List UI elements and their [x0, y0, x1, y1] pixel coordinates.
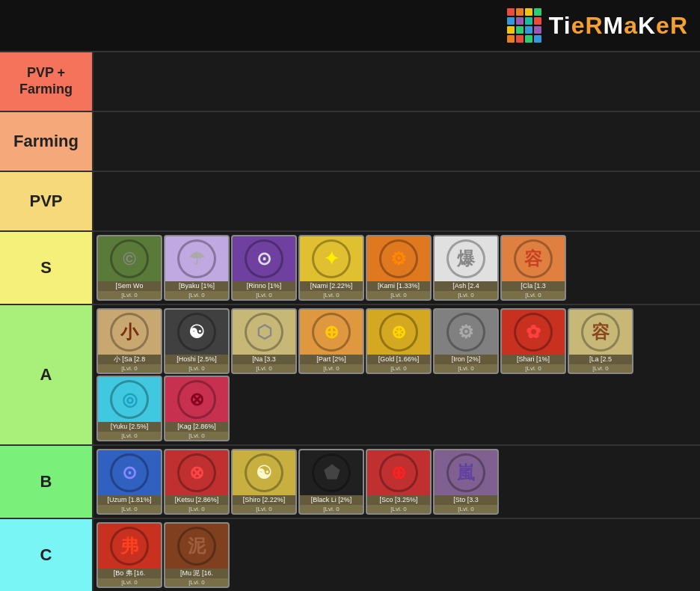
- item-icon: 嵐: [433, 450, 499, 495]
- item-name-label: [Na [3.3: [233, 355, 295, 364]
- logo-cell-14: [525, 35, 532, 43]
- pvp-farming-text: PVP +Farming: [19, 65, 73, 97]
- item-lvl-label: [Lvl. 0: [435, 291, 497, 299]
- item-lvl-label: [Lvl. 0: [300, 505, 363, 513]
- logo-cell-5: [516, 17, 524, 25]
- item-name-label: [Hoshi [2.5%]: [165, 355, 228, 364]
- item-name-label: [Bo 弗 [16.: [98, 569, 161, 578]
- item-lvl-label: [Lvl. 0: [367, 364, 430, 373]
- item-card[interactable]: ✦[Nami [2.22%][Lvl. 0: [298, 235, 364, 301]
- item-card[interactable]: 小小 [Sa [2.8[Lvl. 0: [96, 308, 162, 374]
- tier-row-c: C弗[Bo 弗 [16.[Lvl. 0泥[Mu 泥 [16.[Lvl. 0: [0, 519, 700, 591]
- item-symbol: ☯: [177, 313, 216, 352]
- item-icon: ⊕: [366, 450, 432, 495]
- item-symbol: ⊕: [312, 313, 351, 352]
- item-lvl-label: [Lvl. 0: [98, 578, 161, 587]
- item-symbol: ⚙: [446, 313, 485, 352]
- item-symbol: ◎: [110, 380, 149, 419]
- item-name-label: [Kag [2.86%]: [165, 422, 228, 432]
- item-name-label: [Sto [3.3: [435, 495, 497, 505]
- item-card[interactable]: ☯[Shiro [2.22%][Lvl. 0: [231, 449, 297, 515]
- item-name-label: [Yuku [2.5%]: [98, 422, 161, 432]
- item-card[interactable]: ⊙[Rinno [1%][Lvl. 0: [231, 235, 297, 301]
- item-card[interactable]: 容[La [2.5[Lvl. 0: [568, 308, 633, 374]
- item-card[interactable]: ⊕[Sco [3.25%][Lvl. 0: [366, 449, 432, 515]
- item-lvl-label: [Lvl. 0: [300, 291, 363, 299]
- item-lvl-label: [Lvl. 0: [165, 505, 228, 513]
- tier-label-s: S: [0, 232, 93, 304]
- item-card[interactable]: ⊗[Ketsu [2.86%][Lvl. 0: [164, 449, 230, 515]
- tier-row-pvp: PVP: [0, 172, 700, 232]
- item-symbol: 小: [110, 313, 149, 352]
- item-card[interactable]: ✿[Shari [1%][Lvl. 0: [500, 308, 566, 374]
- logo-cell-11: [534, 26, 541, 34]
- item-symbol: ⬟: [312, 453, 351, 492]
- item-symbol: ⊕: [379, 453, 418, 492]
- item-lvl-label: [Lvl. 0: [165, 578, 228, 587]
- item-card[interactable]: 嵐[Sto [3.3[Lvl. 0: [433, 449, 499, 515]
- item-card[interactable]: ⊙[Uzum [1.81%][Lvl. 0: [96, 449, 162, 515]
- item-card[interactable]: ©[Sem Wo[Lvl. 0: [96, 235, 162, 301]
- item-name-label: [Kami [1.33%]: [367, 281, 430, 291]
- tier-label-farming: Farming: [0, 112, 93, 171]
- item-symbol: ✦: [312, 239, 351, 278]
- tier-content-c: 弗[Bo 弗 [16.[Lvl. 0泥[Mu 泥 [16.[Lvl. 0: [93, 519, 700, 591]
- tiermaker-logo: TieRMaKeR: [507, 8, 688, 43]
- item-lvl-label: [Lvl. 0: [98, 505, 161, 513]
- item-name-label: [Sem Wo: [98, 281, 161, 291]
- tier-row-pvp-farming: PVP +Farming: [0, 52, 700, 112]
- logo-cell-7: [534, 17, 541, 25]
- tier-label-c: C: [0, 519, 93, 591]
- item-icon: ✿: [500, 310, 566, 355]
- item-icon: ☂: [164, 236, 230, 281]
- item-symbol: 泥: [177, 527, 216, 566]
- item-lvl-label: [Lvl. 0: [165, 291, 228, 299]
- tier-content-farming: [93, 112, 700, 171]
- tier-content-a: 小小 [Sa [2.8[Lvl. 0☯[Hoshi [2.5%][Lvl. 0⬡…: [93, 305, 700, 444]
- item-card[interactable]: 弗[Bo 弗 [16.[Lvl. 0: [96, 522, 162, 588]
- item-card[interactable]: ⬟[Black Li [2%][Lvl. 0: [298, 449, 364, 515]
- item-symbol: ⊙: [245, 239, 283, 278]
- item-card[interactable]: ⬡[Na [3.3[Lvl. 0: [231, 308, 297, 374]
- logo-cell-9: [516, 26, 524, 34]
- item-symbol: ⊗: [177, 453, 216, 492]
- item-name-label: [Nami [2.22%]: [300, 281, 363, 291]
- item-card[interactable]: 爆[Ash [2.4[Lvl. 0: [433, 235, 499, 301]
- logo-cell-2: [525, 8, 532, 16]
- logo-cell-4: [507, 17, 515, 25]
- logo-cell-1: [516, 8, 524, 16]
- item-name-label: [Byaku [1%]: [165, 281, 228, 291]
- item-card[interactable]: ☯[Hoshi [2.5%][Lvl. 0: [164, 308, 230, 374]
- item-card[interactable]: ⚙[Iron [2%][Lvl. 0: [433, 308, 499, 374]
- item-icon: ⊙: [231, 236, 297, 281]
- item-card[interactable]: ⚙[Kami [1.33%][Lvl. 0: [366, 235, 432, 301]
- item-icon: 容: [500, 236, 566, 281]
- item-card[interactable]: ☂[Byaku [1%][Lvl. 0: [164, 235, 230, 301]
- item-card[interactable]: 容[Cla [1.3[Lvl. 0: [500, 235, 566, 301]
- item-icon: ⊛: [366, 310, 432, 355]
- item-lvl-label: [Lvl. 0: [569, 364, 632, 373]
- item-card[interactable]: ⊗[Kag [2.86%][Lvl. 0: [164, 376, 230, 441]
- item-lvl-label: [Lvl. 0: [98, 364, 161, 373]
- item-symbol: ⚙: [379, 239, 418, 278]
- tier-row-farming: Farming: [0, 112, 700, 172]
- item-icon: ☯: [164, 310, 230, 355]
- logo-cell-13: [516, 35, 524, 43]
- item-card[interactable]: 泥[Mu 泥 [16.[Lvl. 0: [164, 522, 230, 588]
- item-symbol: 弗: [110, 527, 149, 566]
- item-symbol: ✿: [514, 313, 553, 352]
- item-lvl-label: [Lvl. 0: [165, 364, 228, 373]
- item-icon: ⬟: [298, 450, 364, 495]
- item-card[interactable]: ◎[Yuku [2.5%][Lvl. 0: [96, 376, 162, 441]
- item-card[interactable]: ⊕[Part [2%][Lvl. 0: [298, 308, 364, 374]
- logo-text: TieRMaKeR: [549, 12, 688, 40]
- item-lvl-label: [Lvl. 0: [165, 432, 228, 440]
- item-card[interactable]: ⊛[Gold [1.66%][Lvl. 0: [366, 308, 432, 374]
- item-icon: 容: [568, 310, 633, 355]
- item-lvl-label: [Lvl. 0: [435, 364, 497, 373]
- tier-label-b: B: [0, 446, 93, 518]
- item-icon: ☯: [231, 450, 297, 495]
- item-name-label: [La [2.5: [569, 355, 632, 364]
- item-name-label: [Black Li [2%]: [300, 495, 363, 505]
- header: TieRMaKeR: [0, 0, 700, 52]
